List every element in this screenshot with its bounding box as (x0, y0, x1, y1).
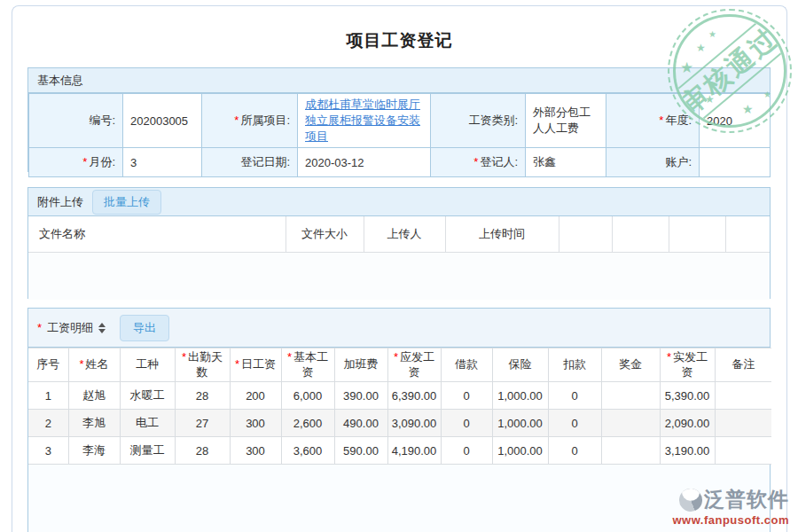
file-column-3: 上传时间 (445, 216, 559, 252)
required-asterisk: * (394, 350, 398, 364)
cell-overtime-pay: 590.00 (334, 437, 387, 465)
cell-name: 李海 (68, 437, 120, 465)
required-asterisk: * (473, 155, 478, 168)
field-label-month: *月份: (29, 148, 123, 177)
required-asterisk: * (182, 350, 186, 364)
footer-logo: 泛普软件 www.fanpusoft.com (647, 486, 789, 527)
field-value-number: 202003005 (123, 94, 202, 148)
required-asterisk: * (234, 113, 239, 127)
cell-deduction: 0 (548, 410, 601, 437)
field-label-number: 编号: (29, 94, 123, 148)
basic-info-header: 基本信息 (28, 68, 770, 93)
sort-arrows-icon[interactable] (98, 323, 106, 333)
salary-detail-table: 序号*姓名工种*出勤天数*日工资*基本工资加班费*应发工资借款保险扣款奖金*实发… (28, 348, 771, 465)
cell-base-salary: 3,600 (281, 437, 334, 465)
column-header-base-salary: *基本工资 (281, 348, 334, 382)
table-row[interactable]: 3李海测量工283003,600590.004,190.0001,000.000… (28, 437, 771, 465)
cell-payable-salary: 3,090.00 (387, 410, 441, 437)
cell-overtime-pay: 390.00 (334, 382, 387, 410)
cell-insurance: 1,000.00 (492, 382, 548, 410)
column-header-insurance: 保险 (492, 348, 548, 382)
cell-overtime-pay: 490.00 (334, 410, 387, 437)
cell-loan: 0 (441, 437, 492, 465)
field-label-year: *年度: (606, 94, 700, 148)
cell-base-salary: 2,600 (281, 410, 334, 437)
page-title: 项目工资登记 (12, 29, 786, 52)
cell-remark (715, 437, 771, 465)
cell-net-salary: 3,190.00 (660, 437, 715, 465)
footer-logo-url: www.fanpusoft.com (647, 513, 789, 527)
column-header-overtime-pay: 加班费 (334, 348, 387, 382)
attachments-title: 附件上传 (37, 194, 83, 210)
cell-bonus (601, 437, 660, 465)
cell-base-salary: 6,000 (281, 382, 334, 410)
column-header-net-salary: *实发工资 (660, 348, 715, 382)
cell-insurance: 1,000.00 (492, 437, 548, 465)
cell-bonus (601, 410, 660, 437)
salary-detail-header: * 工资明细 导出 (28, 309, 770, 348)
file-column-0: 文件名称 (28, 216, 286, 252)
attachments-empty-area (28, 253, 770, 300)
column-header-trade: 工种 (120, 348, 175, 382)
required-asterisk: * (79, 357, 83, 371)
export-button[interactable]: 导出 (120, 315, 169, 341)
file-column-2: 上传人 (364, 216, 445, 252)
table-row[interactable]: 1赵旭水暖工282006,000390.006,390.0001,000.000… (28, 382, 771, 410)
cell-payable-salary: 6,390.00 (387, 382, 441, 410)
required-asterisk: * (659, 113, 663, 127)
cell-name: 赵旭 (68, 382, 120, 410)
column-header-loan: 借款 (441, 348, 492, 382)
column-header-bonus: 奖金 (601, 348, 660, 382)
field-label-register-date: 登记日期: (202, 148, 298, 177)
cell-insurance: 1,000.00 (492, 410, 548, 437)
basic-info-grid: 编号:202003005*所属项目:成都杜甫草堂临时展厅独立展柜报警设备安装项目… (28, 93, 771, 177)
basic-info-section: 基本信息 编号:202003005*所属项目:成都杜甫草堂临时展厅独立展柜报警设… (27, 67, 771, 172)
basic-info-title: 基本信息 (37, 73, 83, 89)
basic-info-row: *月份:3登记日期:2020-03-12*登记人:张鑫账户: (29, 148, 771, 177)
required-asterisk: * (37, 321, 42, 334)
sort-up-icon (98, 323, 106, 327)
cell-remark (715, 382, 771, 410)
fanpu-logo-icon (675, 483, 708, 516)
cell-daily-wage: 300 (230, 437, 281, 465)
cell-trade: 水暖工 (120, 382, 175, 410)
cell-net-salary: 5,390.00 (660, 382, 715, 410)
cell-attendance-days: 28 (175, 437, 230, 465)
cell-remark (715, 410, 771, 437)
required-asterisk: * (235, 357, 239, 371)
sort-down-icon (98, 329, 106, 333)
attachments-header-row: 文件名称文件大小上传人上传时间 (28, 216, 770, 252)
cell-deduction: 0 (548, 382, 601, 410)
required-asterisk: * (287, 350, 292, 364)
table-row[interactable]: 2李旭电工273002,600490.003,090.0001,000.0002… (28, 410, 771, 437)
cell-trade: 测量工 (120, 437, 175, 465)
project-link[interactable]: 成都杜甫草堂临时展厅独立展柜报警设备安装项目 (305, 98, 420, 143)
batch-upload-button[interactable]: 批量上传 (92, 190, 161, 215)
field-value-month: 3 (123, 148, 202, 177)
cell-daily-wage: 300 (230, 410, 281, 437)
file-column-1: 文件大小 (286, 216, 364, 252)
file-column-empty (725, 216, 770, 252)
field-value-account (700, 148, 771, 177)
cell-payable-salary: 4,190.00 (387, 437, 441, 465)
field-value-year: 2020 (700, 94, 771, 148)
cell-daily-wage: 200 (230, 382, 281, 410)
cell-name: 李旭 (68, 410, 120, 437)
cell-loan: 0 (441, 382, 492, 410)
field-value-project: 成都杜甫草堂临时展厅独立展柜报警设备安装项目 (298, 94, 431, 148)
column-header-daily-wage: *日工资 (230, 348, 281, 382)
salary-detail-header-row: 序号*姓名工种*出勤天数*日工资*基本工资加班费*应发工资借款保险扣款奖金*实发… (28, 348, 771, 382)
field-label-project: *所属项目: (202, 94, 298, 148)
file-column-empty (612, 216, 669, 252)
attachments-table: 文件名称文件大小上传人上传时间 (28, 216, 770, 253)
cell-loan: 0 (441, 410, 492, 437)
field-label-account: 账户: (606, 148, 700, 177)
attachments-header: 附件上传 批量上传 (28, 188, 770, 216)
column-header-payable-salary: *应发工资 (387, 348, 441, 382)
attachments-section: 附件上传 批量上传 文件名称文件大小上传人上传时间 (27, 187, 771, 299)
column-header-deduction: 扣款 (548, 348, 601, 382)
file-column-empty (669, 216, 725, 252)
cell-bonus (601, 382, 660, 410)
cell-attendance-days: 27 (175, 410, 230, 437)
required-asterisk: * (667, 350, 671, 364)
